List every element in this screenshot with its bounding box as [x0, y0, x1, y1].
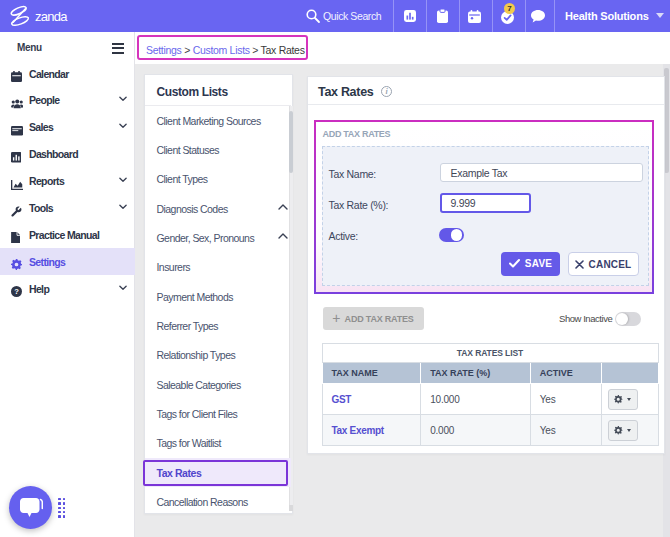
svg-text:?: ? [14, 287, 19, 296]
